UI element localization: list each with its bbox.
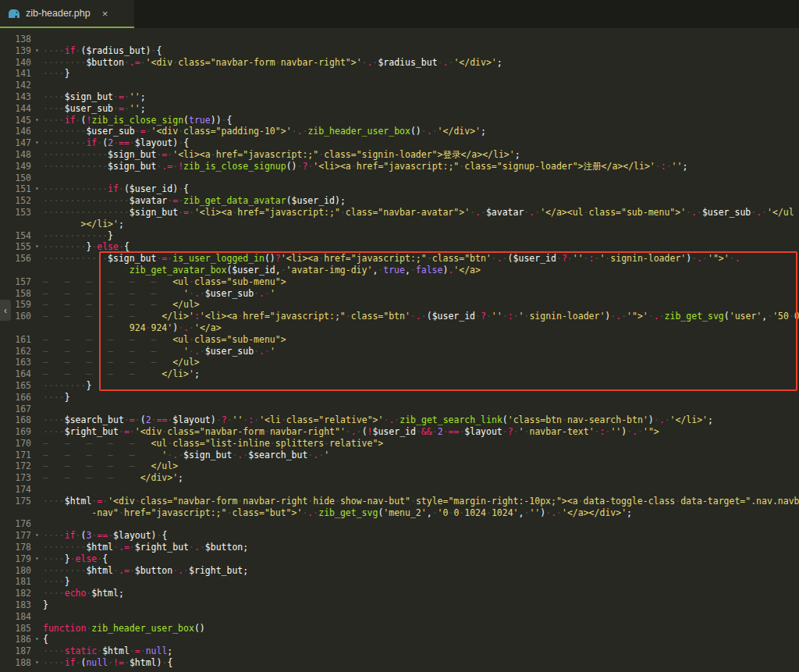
line-number[interactable]: 185 xyxy=(0,623,31,635)
code-line[interactable]: 170– – – – – <ul·class="list-inline·spli… xyxy=(0,438,799,450)
code-line[interactable]: 144····$user_sub·=·''; xyxy=(0,103,799,115)
code-line[interactable]: 140········$button·.=·'<div·class="navba… xyxy=(0,57,799,69)
code-line[interactable]: 180········$html·.=·$button·.·$right_but… xyxy=(0,565,799,577)
line-number[interactable]: 175 xyxy=(0,496,31,507)
fold-arrow-icon[interactable]: ▾ xyxy=(31,553,43,565)
line-number[interactable]: 184 xyxy=(0,611,31,623)
line-number[interactable]: 167 xyxy=(0,404,31,415)
line-number[interactable]: 140 xyxy=(0,57,31,69)
line-number[interactable]: 144 xyxy=(0,103,31,115)
code-line[interactable]: ></li>'; xyxy=(0,219,799,230)
line-number[interactable]: 183 xyxy=(0,599,31,611)
code-line[interactable]: 179▾····}·else·{ xyxy=(0,553,799,565)
line-number[interactable] xyxy=(0,219,31,230)
code-line[interactable]: 174 xyxy=(0,484,799,496)
code-line[interactable]: 164– – – – – </li>'; xyxy=(0,368,799,380)
code-line[interactable]: 159– – – – – – </ul> xyxy=(0,299,799,311)
code-line[interactable]: 157– – – – – – <ul·class="sub-menu"> xyxy=(0,276,799,288)
fold-arrow-icon[interactable]: ▾ xyxy=(31,115,43,126)
line-number[interactable] xyxy=(0,507,31,519)
line-number[interactable]: 178 xyxy=(0,542,31,553)
code-area[interactable]: ········$button·.=·'<div·class="navbar-f… xyxy=(0,28,799,672)
code-line[interactable]: zib_get_avatar_box($user_id,·'avatar-img… xyxy=(0,265,799,276)
code-line[interactable]: 147▾········if·(2·==·$layout)·{ xyxy=(0,137,799,149)
line-number[interactable]: 162 xyxy=(0,346,31,357)
code-line[interactable]: 188▾····if·(null·!=·$html)·{ xyxy=(0,657,799,669)
code-line[interactable]: 175····$html·=·'<div·class="navbar-form·… xyxy=(0,496,799,507)
code-line[interactable]: 178········$html·.=·$right_but·.·$button… xyxy=(0,542,799,553)
code-line[interactable]: 143····$sign_but·=·''; xyxy=(0,91,799,103)
code-line[interactable]: 161– – – – – – <ul·class="sub-menu"> xyxy=(0,334,799,346)
line-number[interactable]: 155 xyxy=(0,241,31,253)
code-line[interactable]: 185function·zib_header_user_box() xyxy=(0,623,799,635)
code-line[interactable]: 171– – – – – '·.·$sign_but·.·$search_but… xyxy=(0,450,799,461)
code-line[interactable]: 139▾····if·($radius_but)·{ xyxy=(0,45,799,57)
line-number[interactable]: 188 xyxy=(0,657,31,669)
code-line[interactable]: 146········$user_sub·=·'<div·class="padd… xyxy=(0,126,799,137)
line-number[interactable]: 141 xyxy=(0,68,31,80)
tab-close-icon[interactable]: × xyxy=(102,8,108,20)
code-line[interactable]: 148············$sign_but·=·'<li><a·href=… xyxy=(0,149,799,161)
fold-arrow-icon[interactable]: ▾ xyxy=(31,634,43,645)
code-line[interactable]: 169····$right_but·=·'<div·class="navbar-… xyxy=(0,426,799,438)
code-line[interactable]: 168····$search_but·=·(2·==·$layout)·?·''… xyxy=(0,414,799,426)
line-number[interactable]: 145 xyxy=(0,115,31,126)
fold-arrow-icon[interactable]: ▾ xyxy=(31,183,43,195)
code-line[interactable]: 141····} xyxy=(0,68,799,80)
code-line[interactable]: 184 xyxy=(0,611,799,623)
line-number[interactable]: 151 xyxy=(0,183,31,195)
tab-zib-header-php[interactable]: zib-header.php × xyxy=(0,0,134,28)
line-number[interactable]: 182 xyxy=(0,588,31,599)
code-line[interactable]: 163– – – – – – </ul> xyxy=(0,357,799,368)
line-number[interactable]: 176 xyxy=(0,518,31,530)
code-line[interactable]: 156············$sign_but·=·is_user_logge… xyxy=(0,253,799,265)
line-number[interactable]: 158 xyxy=(0,288,31,300)
code-line[interactable]: 162– – – – – – '·.·$user_sub·.·' xyxy=(0,346,799,357)
line-number[interactable]: 156 xyxy=(0,253,31,265)
code-line[interactable]: 177▾····if·(3·==·$layout)·{ xyxy=(0,530,799,542)
line-number[interactable]: 187 xyxy=(0,645,31,657)
code-line[interactable]: 187····static·$html·=·null; xyxy=(0,645,799,657)
code-line[interactable]: 138 xyxy=(0,34,799,45)
line-number[interactable]: 142 xyxy=(0,80,31,91)
line-number[interactable]: 180 xyxy=(0,565,31,577)
code-line[interactable]: 172– – – – – </ul> xyxy=(0,460,799,472)
code-line[interactable]: 152················$avatar·=·zib_get_dat… xyxy=(0,195,799,207)
line-number[interactable]: 172 xyxy=(0,460,31,472)
line-number[interactable] xyxy=(0,322,31,334)
line-number[interactable]: 186 xyxy=(0,634,31,645)
line-number[interactable]: 179 xyxy=(0,553,31,565)
line-number[interactable]: 174 xyxy=(0,484,31,496)
line-number[interactable]: 138 xyxy=(0,34,31,45)
line-number[interactable] xyxy=(0,265,31,276)
code-line[interactable]: ········$button·.=·'<div·class="navbar-f… xyxy=(0,28,799,34)
code-line[interactable]: 181····} xyxy=(0,576,799,588)
line-number[interactable]: 164 xyxy=(0,368,31,380)
line-number[interactable]: 147 xyxy=(0,137,31,149)
code-line[interactable]: 924·924')·.·'</a> xyxy=(0,322,799,334)
line-number[interactable]: 149 xyxy=(0,161,31,172)
line-number[interactable]: 148 xyxy=(0,149,31,161)
line-number[interactable]: 153 xyxy=(0,207,31,219)
code-line[interactable]: -nav"·href="javascript:;"·class="but">'·… xyxy=(0,507,799,519)
code-line[interactable]: 150 xyxy=(0,172,799,184)
code-line[interactable]: 153················$sign_but·=·'<li><a·h… xyxy=(0,207,799,219)
fold-arrow-icon[interactable]: ▾ xyxy=(31,137,43,149)
code-line[interactable]: 158– – – – – – '·.·$user_sub·.·' xyxy=(0,288,799,300)
code-line[interactable]: 165········} xyxy=(0,380,799,392)
code-line[interactable]: 183} xyxy=(0,599,799,611)
panel-collapse-handle[interactable]: ‹ xyxy=(0,300,11,321)
line-number[interactable]: 157 xyxy=(0,276,31,288)
code-line[interactable]: 149············$sign_but·.=·!zib_is_clos… xyxy=(0,161,799,172)
code-line[interactable]: 154············} xyxy=(0,230,799,242)
line-number[interactable]: 143 xyxy=(0,91,31,103)
fold-arrow-icon[interactable]: ▾ xyxy=(31,241,43,253)
code-line[interactable]: 145▾····if·(!zib_is_close_sign(true))·{ xyxy=(0,115,799,126)
line-number[interactable]: 152 xyxy=(0,195,31,207)
line-number[interactable]: 171 xyxy=(0,450,31,461)
line-number[interactable]: 163 xyxy=(0,357,31,368)
line-number[interactable]: 170 xyxy=(0,438,31,450)
code-line[interactable]: 186▾{ xyxy=(0,634,799,645)
code-line[interactable]: 160– – – – – </li>':'<li><a·href="javasc… xyxy=(0,311,799,322)
fold-arrow-icon[interactable]: ▾ xyxy=(31,530,43,542)
